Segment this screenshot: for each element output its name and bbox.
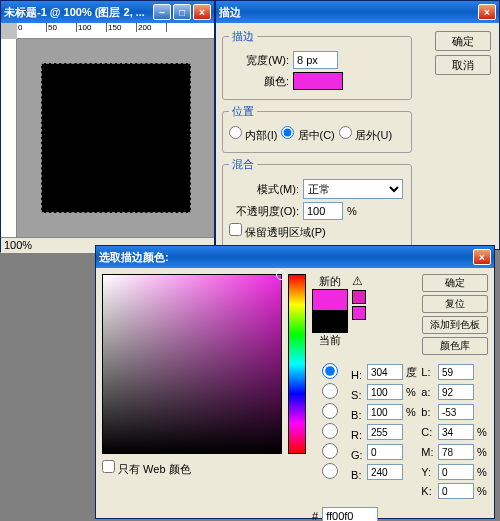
mode-select[interactable]: 正常	[303, 179, 403, 199]
blend-group: 混合 模式(M): 正常 不透明度(O): % 保留透明区域(P)	[222, 157, 412, 250]
add-swatch-button[interactable]: 添加到色板	[422, 316, 488, 334]
m-input[interactable]	[438, 444, 474, 460]
hex-input[interactable]	[322, 507, 378, 521]
stroke-group: 描边 宽度(W): 颜色:	[222, 29, 412, 100]
color-library-button[interactable]: 颜色库	[422, 337, 488, 355]
document-window: 未标题-1 @ 100% (图层 2, ... – □ × 0501001502…	[0, 0, 215, 252]
opacity-input[interactable]	[303, 202, 343, 220]
a-label: a:	[421, 386, 435, 398]
lab-b-label: b:	[421, 406, 435, 418]
saturation-value-field[interactable]	[102, 274, 282, 454]
color-values-grid: H:度 L: S:% a: B:% b: R: C:% G: M:% B: Y:…	[312, 363, 488, 499]
ok-button[interactable]: 确定	[435, 31, 491, 51]
y-label: Y:	[421, 466, 435, 478]
y-input[interactable]	[438, 464, 474, 480]
canvas-area[interactable]	[17, 39, 214, 237]
ruler-vertical[interactable]	[1, 39, 17, 237]
position-legend: 位置	[229, 104, 257, 119]
minimize-button[interactable]: –	[153, 4, 171, 20]
bv-input[interactable]	[367, 404, 403, 420]
current-label: 当前	[319, 333, 341, 348]
l-label: L:	[421, 366, 435, 378]
web-only-checkbox[interactable]: 只有 Web 颜色	[102, 460, 191, 477]
current-color-preview[interactable]	[312, 311, 348, 333]
bl-input[interactable]	[367, 464, 403, 480]
s-radio[interactable]: S:	[312, 383, 364, 401]
picker-ok-button[interactable]: 确定	[422, 274, 488, 292]
pos-center-radio[interactable]: 居中(C)	[281, 126, 334, 143]
picker-reset-button[interactable]: 复位	[422, 295, 488, 313]
canvas-selection[interactable]	[41, 63, 191, 213]
warning-icon[interactable]: ⚠	[352, 274, 363, 288]
websafe-swatch[interactable]	[352, 306, 366, 320]
s-input[interactable]	[367, 384, 403, 400]
opacity-unit: %	[347, 205, 357, 217]
document-body: 050100150200 100%	[1, 23, 214, 253]
b-radio[interactable]: B:	[312, 403, 364, 421]
picker-title: 选取描边颜色:	[99, 250, 169, 265]
hue-slider[interactable]	[288, 274, 306, 454]
warning-swatch[interactable]	[352, 290, 366, 304]
g-input[interactable]	[367, 444, 403, 460]
color-picker-dialog: 选取描边颜色: × 只有 Web 颜色 新的 当前 ⚠	[95, 245, 495, 519]
h-input[interactable]	[367, 364, 403, 380]
maximize-button[interactable]: □	[173, 4, 191, 20]
document-titlebar[interactable]: 未标题-1 @ 100% (图层 2, ... – □ ×	[1, 1, 214, 23]
k-input[interactable]	[438, 483, 474, 499]
preserve-checkbox[interactable]: 保留透明区域(P)	[229, 223, 326, 240]
document-title: 未标题-1 @ 100% (图层 2, ...	[4, 5, 145, 20]
cancel-button[interactable]: 取消	[435, 55, 491, 75]
width-input[interactable]	[293, 51, 338, 69]
hex-label: #	[312, 510, 318, 521]
stroke-titlebar[interactable]: 描边 ×	[216, 1, 499, 23]
g-radio[interactable]: G:	[312, 443, 364, 461]
bl-radio[interactable]: B:	[312, 463, 364, 481]
new-label: 新的	[319, 274, 341, 289]
a-input[interactable]	[438, 384, 474, 400]
c-label: C:	[421, 426, 435, 438]
c-input[interactable]	[438, 424, 474, 440]
blend-legend: 混合	[229, 157, 257, 172]
mode-label: 模式(M):	[229, 182, 299, 197]
stroke-legend: 描边	[229, 29, 257, 44]
new-color-preview	[312, 289, 348, 311]
stroke-title: 描边	[219, 5, 241, 20]
pos-inside-radio[interactable]: 内部(I)	[229, 126, 277, 143]
stroke-color-swatch[interactable]	[293, 72, 343, 90]
picker-titlebar[interactable]: 选取描边颜色: ×	[96, 246, 494, 268]
pos-outside-radio[interactable]: 居外(U)	[339, 126, 392, 143]
m-label: M:	[421, 446, 435, 458]
zoom-level[interactable]: 100%	[4, 239, 32, 251]
k-label: K:	[421, 485, 435, 497]
position-group: 位置 内部(I) 居中(C) 居外(U)	[222, 104, 412, 153]
close-icon[interactable]: ×	[473, 249, 491, 265]
sv-cursor-icon	[276, 270, 286, 280]
stroke-dialog: 描边 × 确定 取消 描边 宽度(W): 颜色: 位置 内部(I) 居中(C)	[215, 0, 500, 250]
color-label: 颜色:	[229, 74, 289, 89]
close-icon[interactable]: ×	[478, 4, 496, 20]
opacity-label: 不透明度(O):	[229, 204, 299, 219]
r-radio[interactable]: R:	[312, 423, 364, 441]
ruler-horizontal[interactable]: 050100150200	[17, 23, 214, 39]
close-button[interactable]: ×	[193, 4, 211, 20]
width-label: 宽度(W):	[229, 53, 289, 68]
h-radio[interactable]: H:	[312, 363, 364, 381]
l-input[interactable]	[438, 364, 474, 380]
lab-b-input[interactable]	[438, 404, 474, 420]
r-input[interactable]	[367, 424, 403, 440]
